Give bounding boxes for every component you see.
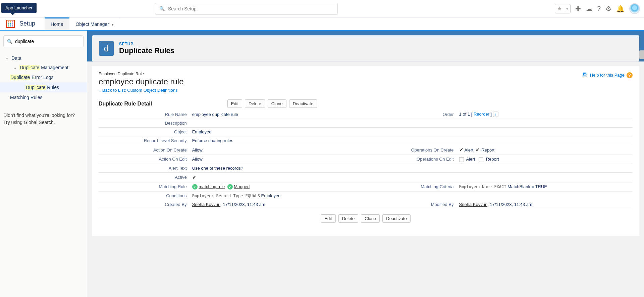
field-value: Employee: Name EXACT MatchBlank = TRUE: [457, 182, 633, 192]
field-label: Conditions: [99, 192, 190, 200]
tree-node-duplicate-management[interactable]: ⌄Duplicate Management: [3, 63, 84, 72]
field-value: Employee: [190, 128, 633, 136]
chevron-down-icon: ⌄: [5, 56, 9, 60]
clone-button[interactable]: Clone: [268, 99, 286, 108]
checkbox-unchecked: [479, 157, 483, 162]
field-label: Alert Text: [99, 164, 190, 172]
print-icon[interactable]: 🖶: [582, 72, 588, 79]
page-icon: d: [99, 41, 114, 56]
deactivate-button[interactable]: Deactivate: [289, 99, 317, 108]
reorder-link[interactable]: Reorder: [474, 112, 489, 117]
field-label: Action On Create: [99, 145, 190, 155]
field-value: employee duplicate rule: [190, 110, 366, 119]
field-value: ✔ matching rule ✔ Mapped: [190, 182, 366, 192]
field-value: Employee: Record Type EQUALS Employee: [190, 192, 633, 200]
info-icon[interactable]: i: [493, 112, 498, 117]
tree-node-data[interactable]: ⌄Data: [3, 53, 84, 63]
notifications-icon[interactable]: 🔔: [616, 5, 625, 13]
user-link[interactable]: Sneha Kovvuri: [192, 202, 221, 207]
field-value: ✔: [190, 172, 633, 182]
edit-button[interactable]: Edit: [321, 214, 335, 223]
record-type-label: Employee Duplicate Rule: [99, 72, 184, 76]
section-title: Duplicate Rule Detail Edit Delete Clone …: [99, 99, 633, 108]
action-buttons-bottom: Edit Delete Clone Deactivate: [99, 214, 633, 223]
header-actions: ★ ▾ ✚ ☁ ? ⚙ 🔔: [555, 3, 640, 14]
tab-home[interactable]: Home: [45, 17, 69, 30]
check-icon: ✔: [459, 147, 464, 153]
field-label: Action On Edit: [99, 155, 190, 164]
page-banner: d SETUP Duplicate Rules: [92, 35, 639, 61]
quick-find[interactable]: 🔍: [3, 35, 84, 47]
field-label: Operations On Create: [366, 145, 457, 155]
field-label: Matching Criteria: [366, 182, 457, 192]
tree-leaf-matching-rules[interactable]: Matching Rules: [3, 92, 84, 102]
field-label: Description: [99, 119, 190, 128]
setup-tree: ⌄Data ⌄Duplicate Management Duplicate Er…: [3, 53, 84, 102]
chevron-down-icon[interactable]: ▾: [564, 6, 570, 11]
detail-table: Rule Name employee duplicate rule Order …: [99, 110, 633, 209]
chevron-down-icon: [112, 22, 114, 27]
help-link[interactable]: Help for this Page: [590, 73, 625, 78]
field-label: Active: [99, 172, 190, 182]
app-name: Setup: [19, 20, 35, 27]
favorites-toggle[interactable]: ★ ▾: [555, 4, 571, 13]
edit-button[interactable]: Edit: [227, 99, 242, 108]
field-label: Modified By: [366, 200, 457, 209]
global-search-input[interactable]: [168, 6, 333, 11]
deactivate-button[interactable]: Deactivate: [382, 214, 410, 223]
detail-card: Employee Duplicate Rule employee duplica…: [92, 66, 639, 236]
matching-rule-link[interactable]: matching rule: [199, 184, 225, 189]
settings-icon[interactable]: ⚙: [605, 5, 611, 13]
no-results-hint: Didn't find what you're looking for? Try…: [3, 112, 84, 126]
tab-object-manager[interactable]: Object Manager: [69, 17, 120, 30]
global-header: 🔍 ★ ▾ ✚ ☁ ? ⚙ 🔔: [0, 0, 644, 17]
field-label: Operations On Edit: [366, 155, 457, 164]
field-label: Matching Rule: [99, 182, 190, 192]
tree-leaf-duplicate-rules[interactable]: Duplicate Rules: [0, 82, 87, 92]
field-value: Alert Report: [457, 155, 633, 164]
field-value: [190, 119, 633, 128]
record-title: employee duplicate rule: [99, 77, 184, 86]
help-icon[interactable]: ?: [597, 5, 601, 12]
field-value: Allow: [190, 155, 366, 164]
field-label: Created By: [99, 200, 190, 209]
expand-handle-icon[interactable]: [639, 50, 644, 59]
check-icon: ✔: [476, 147, 480, 153]
field-value: Allow: [190, 145, 366, 155]
delete-button[interactable]: Delete: [338, 214, 359, 223]
avatar[interactable]: [629, 3, 640, 14]
clone-button[interactable]: Clone: [361, 214, 380, 223]
main-content: d SETUP Duplicate Rules Employee Duplica…: [87, 31, 644, 297]
app-launcher-tooltip: App Launcher: [1, 3, 37, 13]
status-ok-icon: ✔: [227, 184, 233, 189]
checkbox-unchecked: [459, 157, 464, 162]
status-ok-icon: ✔: [192, 184, 198, 189]
field-value: Enforce sharing rules: [190, 136, 633, 145]
field-value: Sneha Kovvuri, 17/11/2023, 11:43 am: [190, 200, 366, 209]
page-title: Duplicate Rules: [119, 46, 174, 55]
tree-leaf-duplicate-error-logs[interactable]: Duplicate Error Logs: [3, 72, 84, 82]
search-icon: 🔍: [7, 39, 12, 44]
user-link[interactable]: Sneha Kovvuri: [459, 202, 488, 207]
context-bar: App Launcher Setup Home Object Manager: [0, 17, 644, 31]
waffle-icon: [8, 21, 13, 27]
global-search[interactable]: 🔍: [155, 3, 338, 15]
star-icon[interactable]: ★: [555, 5, 564, 12]
add-icon[interactable]: ✚: [575, 5, 581, 13]
back-link[interactable]: « Back to List: Custom Object Definition…: [99, 88, 184, 93]
mapped-link[interactable]: Mapped: [234, 184, 250, 189]
search-icon: 🔍: [159, 6, 165, 11]
field-label: Record-Level Security: [99, 136, 190, 145]
delete-button[interactable]: Delete: [245, 99, 265, 108]
page-eyebrow: SETUP: [119, 42, 174, 46]
help-icon[interactable]: ?: [627, 72, 633, 78]
app-launcher-button[interactable]: [6, 20, 15, 28]
field-label: Order: [366, 110, 457, 119]
check-icon: ✔: [192, 174, 197, 180]
field-label: Object: [99, 128, 190, 136]
salesforce-help-icon[interactable]: ☁: [586, 5, 592, 13]
action-buttons-top: Edit Delete Clone Deactivate: [152, 99, 392, 108]
setup-sidebar: 🔍 ⌄Data ⌄Duplicate Management Duplicate …: [0, 31, 87, 297]
quick-find-input[interactable]: [15, 39, 80, 44]
field-value: 1 of 1 [ Reorder ]i: [457, 110, 633, 119]
